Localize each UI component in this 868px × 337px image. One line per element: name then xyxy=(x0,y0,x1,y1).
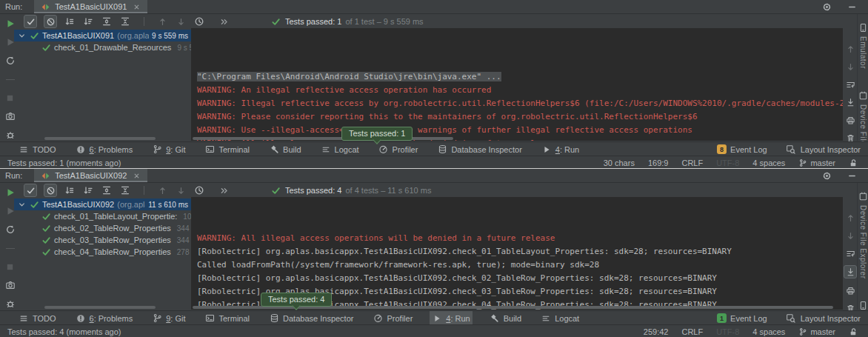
expand-all-button[interactable] xyxy=(101,184,113,196)
layout-inspector-button[interactable]: Layout Inspector xyxy=(785,313,861,324)
sort-alphabetically-button[interactable] xyxy=(64,16,76,27)
previous-failed-test-button[interactable] xyxy=(156,184,168,196)
tab-database-inspector[interactable]: Database Inspector xyxy=(267,311,355,325)
hide-icon[interactable] xyxy=(846,170,858,181)
console-toolbar xyxy=(843,28,858,141)
tab-device-file-explorer[interactable]: Device File Explorer xyxy=(858,192,868,278)
console-output[interactable]: "C:\Program Files\Android\Android Studio… xyxy=(191,28,843,141)
next-occurrence-button[interactable] xyxy=(844,230,856,241)
close-icon[interactable] xyxy=(130,1,142,13)
expand-all-button[interactable] xyxy=(101,16,113,27)
tab-run[interactable]: 4 : Run xyxy=(430,311,472,325)
tab-terminal[interactable]: Terminal xyxy=(202,142,252,156)
encoding[interactable]: UTF-8 xyxy=(716,327,739,336)
previous-failed-test-button[interactable] xyxy=(156,16,168,27)
show-ignored-button[interactable] xyxy=(44,15,57,28)
tab-problems[interactable]: 6 : Problems xyxy=(73,311,136,325)
test-history-button[interactable] xyxy=(193,184,205,196)
console-line: [Robolectric] org.aplas.basicappx.TestA1… xyxy=(197,245,843,258)
event-log-button[interactable]: 1 Event Log xyxy=(717,313,767,323)
TestA1BasicUIX092[interactable]: TestA1BasicUIX092 (org.aplas.basica 11 s… xyxy=(14,198,191,210)
soft-wrap-button[interactable] xyxy=(844,247,856,259)
rerun-button[interactable] xyxy=(4,187,16,198)
layout-inspector-button[interactable]: Layout Inspector xyxy=(785,144,861,156)
check_01_Drawable_Resources[interactable]: check_01_Drawable_Resources 9 s 559 ms xyxy=(14,41,191,53)
more-icon[interactable] xyxy=(218,184,230,196)
close-icon[interactable] xyxy=(130,170,142,181)
rerun-button[interactable] xyxy=(4,18,16,30)
next-occurrence-button[interactable] xyxy=(844,61,856,73)
chevron-down-icon[interactable] xyxy=(17,31,27,41)
next-failed-test-button[interactable] xyxy=(175,16,187,27)
tab-database-inspector[interactable]: Database Inspector xyxy=(435,142,524,156)
gear-icon[interactable] xyxy=(821,1,832,13)
event-log-button[interactable]: 8 Event Log xyxy=(717,144,767,154)
tab-problems[interactable]: 6 : Problems xyxy=(73,142,136,156)
more-icon[interactable] xyxy=(218,16,230,27)
previous-occurrence-button[interactable] xyxy=(844,43,856,55)
line-ending[interactable]: CRLF xyxy=(681,159,703,167)
tab-git[interactable]: 9 : Git xyxy=(150,142,187,156)
next-failed-test-button[interactable] xyxy=(175,184,187,196)
tool-window-header: Run: TestA1BasicUIX091 xyxy=(0,0,868,14)
tab-emulator[interactable]: Emulator xyxy=(858,23,868,69)
tab-profiler[interactable]: Profiler xyxy=(370,311,415,325)
collapse-all-button[interactable] xyxy=(119,184,131,196)
toolbar-icon[interactable] xyxy=(138,16,150,27)
tree-scrollbar[interactable] xyxy=(44,137,156,140)
sort-by-duration-button[interactable] xyxy=(82,184,94,196)
caret-position[interactable]: 169:9 xyxy=(648,159,669,167)
test-duration: 11 s 610 ms xyxy=(148,201,188,209)
test-name: TestA1BasicUIX091 xyxy=(42,31,114,40)
indent[interactable]: 4 spaces xyxy=(752,159,785,167)
check_04_TableRow_Properties[interactable]: check_04_TableRow_Properties 278 ms xyxy=(14,246,191,258)
check_02_TableRow_Properties[interactable]: check_02_TableRow_Properties 344 ms xyxy=(14,222,191,234)
tab-logcat[interactable]: Logcat xyxy=(538,311,581,325)
check_03_TableRow_Properties[interactable]: check_03_TableRow_Properties 344 ms xyxy=(14,234,191,246)
scroll-to-end-button[interactable] xyxy=(844,265,857,278)
console-scrollbar[interactable] xyxy=(193,137,453,140)
line-ending[interactable]: CRLF xyxy=(681,327,703,336)
tab-profiler[interactable]: Profiler xyxy=(376,142,421,156)
tree-scrollbar[interactable] xyxy=(44,306,156,309)
check_01_TableLayout_Propertie:[interactable]: check_01_TableLayout_Propertie: 10 s 644… xyxy=(14,210,191,222)
tab-build[interactable]: Build xyxy=(267,142,303,156)
collapse-all-button[interactable] xyxy=(119,16,131,27)
git-branch-indicator[interactable]: master xyxy=(798,159,835,167)
tab-run[interactable]: 4 : Run xyxy=(539,142,581,156)
git-branch-indicator[interactable]: master xyxy=(798,327,835,336)
previous-occurrence-button[interactable] xyxy=(844,212,856,224)
tab-terminal[interactable]: Terminal xyxy=(202,311,252,325)
show-passed-button[interactable] xyxy=(24,184,37,197)
lock-icon[interactable] xyxy=(849,327,861,336)
tab-git[interactable]: 9 : Git xyxy=(150,311,187,325)
tool-window-header: Run: TestA1BasicUIX092 xyxy=(0,169,868,183)
encoding[interactable]: UTF-8 xyxy=(716,159,739,167)
print-button[interactable] xyxy=(844,114,856,126)
console-line: WARNING: Illegal reflective access by or… xyxy=(197,97,843,110)
test-passed-icon xyxy=(41,212,51,221)
toolbar-icon[interactable] xyxy=(138,184,150,196)
run-config-tab[interactable]: TestA1BasicUIX092 xyxy=(34,169,147,182)
show-passed-button[interactable] xyxy=(24,15,37,28)
tab-todo[interactable]: TODO xyxy=(16,142,59,156)
soft-wrap-button[interactable] xyxy=(844,79,856,90)
show-ignored-button[interactable] xyxy=(44,184,57,197)
chevron-down-icon[interactable] xyxy=(17,200,27,210)
tab-todo[interactable]: TODO xyxy=(16,311,59,325)
tab-logcat[interactable]: Logcat xyxy=(318,142,361,156)
tab-build[interactable]: Build xyxy=(487,311,524,325)
lock-icon[interactable] xyxy=(849,159,861,167)
scroll-to-end-button[interactable] xyxy=(844,96,856,108)
sort-by-duration-button[interactable] xyxy=(82,16,94,27)
hide-icon[interactable] xyxy=(846,1,858,13)
char-count[interactable]: 30 chars xyxy=(604,159,635,167)
test-history-button[interactable] xyxy=(193,16,205,27)
TestA1BasicUIX091[interactable]: TestA1BasicUIX091 (org.aplas.basica 9 s … xyxy=(14,30,191,41)
sort-alphabetically-button[interactable] xyxy=(64,184,76,196)
print-button[interactable] xyxy=(844,284,856,296)
caret-position[interactable]: 259:42 xyxy=(644,327,669,336)
indent[interactable]: 4 spaces xyxy=(752,327,785,336)
run-config-tab[interactable]: TestA1BasicUIX091 xyxy=(34,0,147,13)
gear-icon[interactable] xyxy=(821,170,832,181)
